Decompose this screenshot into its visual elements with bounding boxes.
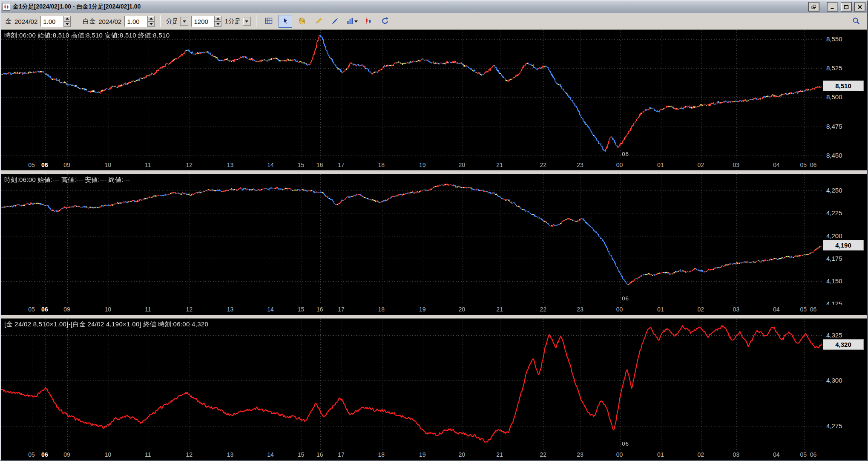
pencil-draw-button[interactable]	[312, 15, 325, 28]
chevron-down-icon[interactable]	[180, 17, 188, 26]
x-axis-label: 04	[773, 451, 780, 458]
x-axis-label: 11	[145, 306, 151, 313]
hand-pan-button[interactable]	[295, 15, 309, 28]
panel-splitter[interactable]	[1, 315, 867, 319]
settings-button[interactable]	[849, 15, 863, 28]
spread-x-axis: 0506091011121314151617181920212223000102…	[1, 450, 867, 460]
bar-count-down-button[interactable]	[214, 21, 221, 27]
y-axis-label: 4,175	[826, 255, 842, 262]
x-axis-label: 03	[733, 161, 739, 168]
chevron-down-icon[interactable]	[243, 17, 251, 26]
gold-contract-month[interactable]: 2024/02	[14, 18, 37, 25]
candlestick-mode-button[interactable]	[362, 15, 375, 28]
x-axis-label: 17	[338, 161, 345, 168]
y-axis-label: 4,125	[826, 300, 842, 305]
spread-chart-panel: [金 24/02 8,510×1.00]-[白金 24/02 4,190×1.0…	[1, 319, 867, 460]
platinum-chart-canvas[interactable]	[1, 174, 822, 305]
pen-line-icon	[331, 17, 339, 26]
timeframe-dropdown[interactable]: 1分足	[224, 16, 250, 27]
x-axis-label: 16	[316, 161, 323, 168]
x-axis-label: 01	[657, 161, 664, 168]
spread-chart-canvas[interactable]	[1, 319, 822, 450]
x-axis-label: 23	[577, 306, 583, 313]
x-axis-label: 18	[378, 451, 385, 458]
x-axis-label: 18	[378, 306, 385, 313]
y-axis-label: 4,150	[826, 277, 842, 285]
y-axis-label: 4,300	[826, 377, 842, 384]
x-axis-label: 13	[227, 161, 234, 168]
x-axis-label: 05	[28, 306, 35, 313]
gold-chart-canvas[interactable]	[1, 30, 822, 160]
x-axis-label: 20	[459, 451, 466, 458]
platinum-info-line: 時刻:06:00 始値:--- 高値:--- 安値:--- 終値:---	[4, 176, 130, 184]
y-axis-label: 8,450	[826, 152, 842, 159]
x-axis-label: 20	[459, 306, 466, 313]
app-icon	[3, 3, 10, 11]
x-axis-label: 00	[616, 451, 623, 458]
x-axis-label: 05	[28, 161, 35, 168]
y-axis-label: 8,500	[826, 93, 842, 101]
platinum-multiplier-value[interactable]: 1.00	[124, 16, 147, 27]
platinum-multiplier-up-button[interactable]	[147, 16, 155, 21]
x-axis-label: 16	[316, 451, 323, 458]
pen-line-button[interactable]	[328, 15, 342, 28]
x-axis-label: 21	[496, 161, 503, 168]
x-axis-label: 11	[145, 161, 151, 168]
chart-area: 時刻:06:00 始値:8,510 高値:8,510 安値:8,510 終値:8…	[1, 30, 867, 460]
x-axis-label: 05	[28, 451, 35, 458]
toolbar-separator	[160, 15, 161, 27]
x-axis-label: 02	[698, 451, 704, 458]
interval-dropdown[interactable]: 分足	[166, 16, 188, 27]
x-axis-label: 17	[338, 451, 345, 458]
timeframe-dropdown-label: 1分足	[224, 17, 241, 26]
platinum-multiplier-down-button[interactable]	[147, 21, 155, 27]
x-axis-label: 10	[105, 451, 112, 458]
x-axis-label: 04	[773, 161, 780, 168]
x-axis-label: 04	[773, 306, 780, 313]
settings-magnifier-icon	[852, 17, 860, 26]
app-window: 金1分足[2024/02]1.00 - 白金1分足[2024/02]1.00 金…	[0, 0, 868, 461]
y-axis-label: 8,475	[826, 123, 842, 130]
maximize-button[interactable]	[841, 2, 852, 12]
panel-splitter[interactable]	[1, 170, 867, 174]
x-axis-label: 13	[227, 306, 234, 313]
gold-multiplier-down-button[interactable]	[63, 21, 71, 27]
y-axis-label: 8,550	[826, 35, 842, 43]
cursor-select-button[interactable]	[279, 15, 292, 28]
indicator-chart-icon	[346, 17, 354, 26]
x-axis-label: 19	[419, 161, 426, 168]
x-axis-label: 03	[733, 306, 739, 313]
close-button[interactable]	[854, 2, 865, 12]
float-window-button[interactable]	[808, 2, 819, 12]
x-axis-label: 17	[338, 306, 345, 313]
platinum-contract-month[interactable]: 2024/02	[98, 18, 121, 25]
minimize-button[interactable]	[827, 2, 838, 12]
chart-grid-button[interactable]	[262, 15, 276, 28]
toolbar: 金 2024/02 1.00 白金 2024/02 1.00 分足 1200	[1, 13, 867, 30]
x-axis-label: 14	[267, 161, 274, 168]
spread-plot: [金 24/02 8,510×1.00]-[白金 24/02 4,190×1.0…	[1, 319, 867, 450]
x-axis-label: 12	[186, 306, 193, 313]
gold-multiplier-spinner: 1.00	[40, 16, 71, 27]
gold-multiplier-up-button[interactable]	[63, 16, 71, 21]
x-axis-label: 22	[540, 161, 546, 168]
titlebar[interactable]: 金1分足[2024/02]1.00 - 白金1分足[2024/02]1.00	[1, 1, 867, 13]
x-axis-label: 02	[698, 306, 704, 313]
platinum-x-axis: 0506091011121314151617181920212223000102…	[1, 305, 867, 315]
gold-chart-panel: 時刻:06:00 始値:8,510 高値:8,510 安値:8,510 終値:8…	[1, 30, 867, 170]
x-axis-label: 05	[800, 306, 807, 313]
y-axis-label: 4,200	[826, 232, 842, 239]
chevron-down-icon	[354, 20, 358, 23]
x-axis-label: 06	[41, 306, 48, 313]
x-axis-label: 05	[800, 451, 807, 458]
chart-grid-icon	[264, 17, 273, 26]
gold-multiplier-value[interactable]: 1.00	[40, 16, 63, 27]
candlestick-mode-icon	[364, 17, 373, 26]
bar-count-value[interactable]: 1200	[191, 16, 214, 27]
indicator-chart-button[interactable]	[345, 15, 359, 28]
spread-price-tag: 4,320	[823, 339, 864, 350]
x-axis-label: 02	[698, 161, 704, 168]
x-axis-label: 20	[459, 161, 466, 168]
bar-count-up-button[interactable]	[214, 16, 221, 21]
refresh-button[interactable]	[378, 15, 392, 28]
